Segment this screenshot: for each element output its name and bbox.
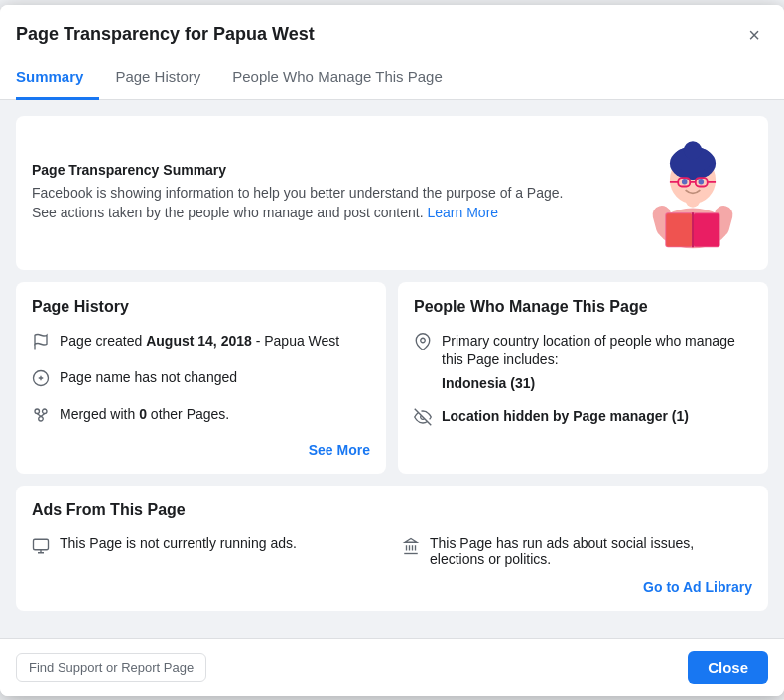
edit-icon (32, 369, 50, 391)
modal-title: Page Transparency for Papua West (16, 24, 315, 45)
learn-more-link[interactable]: Learn More (428, 205, 499, 220)
modal-body: Page Transparency Summary Facebook is sh… (0, 100, 784, 638)
svg-point-26 (421, 338, 426, 343)
ad-library-link[interactable]: Go to Ad Library (643, 579, 752, 595)
location-item: Primary country location of people who m… (414, 332, 752, 394)
banner-desc2: See actions taken by the people who mana… (32, 205, 424, 220)
banner-title: Page Transparency Summary (32, 162, 617, 178)
svg-point-23 (39, 416, 44, 421)
report-page-button[interactable]: Find Support or Report Page (16, 653, 206, 682)
page-history-title: Page History (32, 298, 370, 316)
close-modal-button[interactable]: Close (688, 651, 768, 684)
page-created-item: Page created August 14, 2018 - Papua Wes… (32, 332, 370, 354)
location-text: Primary country location of people who m… (442, 332, 752, 394)
building-icon (402, 537, 420, 559)
cards-row: Page History Page created August 14, 201… (16, 282, 768, 474)
transparency-modal: Page Transparency for Papua West × Summa… (0, 5, 784, 696)
transparency-banner: Page Transparency Summary Facebook is sh… (16, 116, 768, 270)
location-hidden-text: Location hidden by Page manager (1) (442, 407, 689, 427)
merged-text: Merged with 0 other Pages. (60, 405, 229, 425)
modal-header: Page Transparency for Papua West × (0, 5, 784, 49)
svg-rect-28 (34, 539, 49, 550)
tab-people-who-manage[interactable]: People Who Manage This Page (216, 57, 458, 100)
location-icon (414, 333, 432, 354)
svg-line-25 (41, 413, 45, 416)
modal-close-button[interactable]: × (740, 21, 768, 49)
banner-text: Page Transparency Summary Facebook is sh… (32, 162, 617, 222)
svg-point-21 (35, 409, 40, 414)
page-created-text: Page created August 14, 2018 - Papua Wes… (60, 332, 339, 351)
ads-row: This Page is not currently running ads. (32, 535, 752, 567)
desktop-icon (32, 537, 50, 559)
political-ads-item: This Page has run ads about social issue… (402, 535, 752, 567)
modal-footer: Find Support or Report Page Close (0, 638, 784, 696)
flag-icon (32, 333, 50, 354)
no-ads-text: This Page is not currently running ads. (60, 535, 297, 551)
page-name-item: Page name has not changed (32, 368, 370, 391)
svg-point-22 (43, 409, 48, 414)
merged-item: Merged with 0 other Pages. (32, 405, 370, 428)
banner-desc1: Facebook is showing information to help … (32, 185, 563, 201)
people-card: People Who Manage This Page Primary coun… (398, 282, 768, 474)
page-name-text: Page name has not changed (60, 368, 237, 388)
svg-point-11 (684, 141, 702, 159)
ads-card: Ads From This Page This Page is not curr… (16, 486, 768, 611)
banner-description: Facebook is showing information to help … (32, 184, 617, 222)
tab-page-history[interactable]: Page History (99, 57, 216, 100)
country-name: Indonesia (31) (442, 374, 752, 394)
page-history-card: Page History Page created August 14, 201… (16, 282, 386, 474)
location-hidden-item: Location hidden by Page manager (1) (414, 407, 752, 430)
svg-rect-5 (666, 213, 692, 246)
svg-point-18 (699, 179, 705, 185)
svg-rect-6 (694, 213, 719, 246)
see-more-link[interactable]: See More (309, 442, 370, 458)
tab-summary[interactable]: Summary (16, 57, 99, 100)
tabs-container: Summary Page History People Who Manage T… (0, 57, 784, 100)
svg-point-17 (682, 179, 688, 185)
ads-card-title: Ads From This Page (32, 501, 752, 519)
banner-illustration (633, 132, 752, 254)
people-card-title: People Who Manage This Page (414, 298, 752, 316)
see-more-row: See More (32, 442, 370, 458)
no-ads-item: This Page is not currently running ads. (32, 535, 382, 559)
eye-off-icon (414, 408, 432, 430)
ads-bottom: Go to Ad Library (32, 579, 752, 595)
merge-icon (32, 406, 50, 428)
svg-line-24 (37, 413, 41, 416)
political-ads-text: This Page has run ads about social issue… (430, 535, 752, 567)
svg-marker-36 (405, 538, 417, 542)
